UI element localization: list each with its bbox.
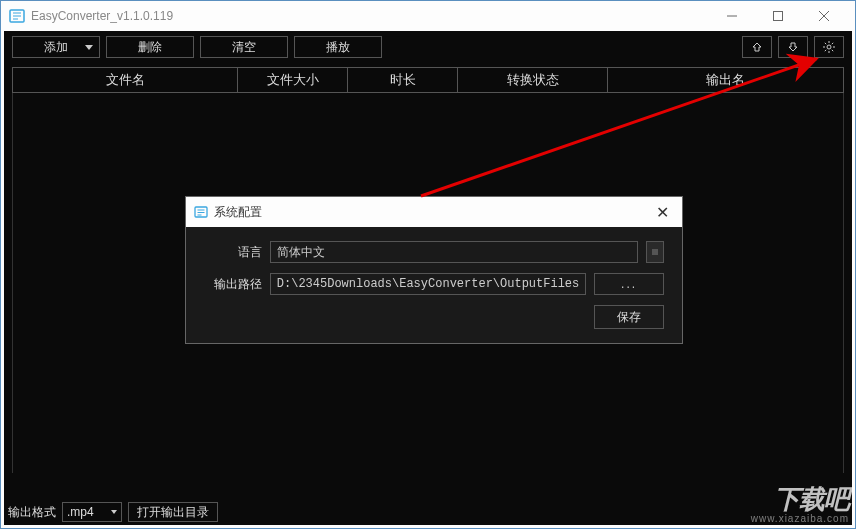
delete-button[interactable]: 删除 xyxy=(106,36,194,58)
bottombar: 输出格式 .mp4 打开输出目录 xyxy=(4,499,852,525)
svg-point-2 xyxy=(827,45,831,49)
output-path-label: 输出路径 xyxy=(204,276,262,293)
format-label: 输出格式 xyxy=(8,504,56,521)
language-value: 简体中文 xyxy=(277,244,325,261)
col-status[interactable]: 转换状态 xyxy=(458,68,608,92)
add-button-label: 添加 xyxy=(44,39,68,56)
dialog-title: 系统配置 xyxy=(214,204,650,221)
dialog-titlebar: 系统配置 ✕ xyxy=(186,197,682,227)
col-output[interactable]: 输出名 xyxy=(608,68,843,92)
output-path-value: D:\2345Downloads\EasyConverter\OutputFil… xyxy=(277,277,579,291)
table-header: 文件名 文件大小 时长 转换状态 输出名 xyxy=(12,67,844,93)
col-filename[interactable]: 文件名 xyxy=(13,68,238,92)
move-down-button[interactable] xyxy=(778,36,808,58)
maximize-button[interactable] xyxy=(755,1,801,31)
move-up-button[interactable] xyxy=(742,36,772,58)
format-select[interactable]: .mp4 xyxy=(62,502,122,522)
language-select-arrow-icon[interactable] xyxy=(646,241,664,263)
col-filesize[interactable]: 文件大小 xyxy=(238,68,348,92)
format-value: .mp4 xyxy=(67,505,94,519)
titlebar: EasyConverter_v1.1.0.119 xyxy=(1,1,855,31)
language-label: 语言 xyxy=(204,244,262,261)
clear-button[interactable]: 清空 xyxy=(200,36,288,58)
close-button[interactable] xyxy=(801,1,847,31)
app-icon xyxy=(9,8,25,24)
play-button[interactable]: 播放 xyxy=(294,36,382,58)
toolbar: 添加 删除 清空 播放 xyxy=(4,31,852,63)
output-path-input[interactable]: D:\2345Downloads\EasyConverter\OutputFil… xyxy=(270,273,586,295)
add-button[interactable]: 添加 xyxy=(12,36,100,58)
minimize-button[interactable] xyxy=(709,1,755,31)
settings-dialog: 系统配置 ✕ 语言 简体中文 输出路径 D:\2345Downloads\Eas… xyxy=(185,196,683,344)
dialog-close-button[interactable]: ✕ xyxy=(650,200,674,224)
app-window: EasyConverter_v1.1.0.119 添加 删除 清空 播放 文件名… xyxy=(0,0,856,529)
save-button[interactable]: 保存 xyxy=(594,305,664,329)
dialog-body: 语言 简体中文 输出路径 D:\2345Downloads\EasyConver… xyxy=(186,227,682,343)
browse-button[interactable]: ... xyxy=(594,273,664,295)
language-select[interactable]: 简体中文 xyxy=(270,241,638,263)
svg-rect-4 xyxy=(652,249,658,255)
open-output-dir-button[interactable]: 打开输出目录 xyxy=(128,502,218,522)
settings-button[interactable] xyxy=(814,36,844,58)
svg-rect-1 xyxy=(774,12,783,21)
col-duration[interactable]: 时长 xyxy=(348,68,458,92)
window-title: EasyConverter_v1.1.0.119 xyxy=(31,9,709,23)
dialog-icon xyxy=(194,205,208,219)
